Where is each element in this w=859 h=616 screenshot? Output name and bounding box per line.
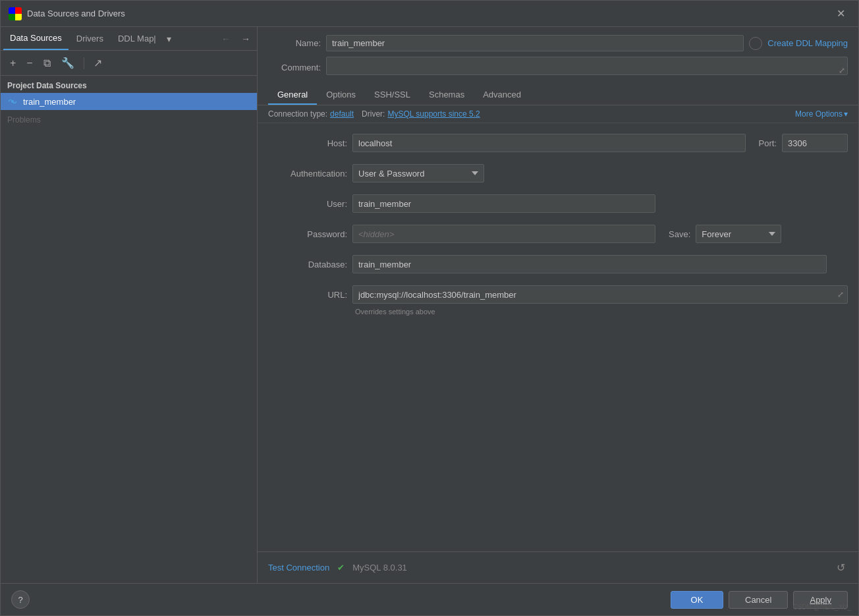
tabs-dropdown[interactable]: ▾ xyxy=(164,32,174,45)
forward-button[interactable]: → xyxy=(237,32,254,45)
tab-options[interactable]: Options xyxy=(317,86,365,105)
copy-datasource-button[interactable]: ⧉ xyxy=(40,55,55,71)
comment-row: Comment: ⤢ xyxy=(268,57,848,78)
comment-expand-button[interactable]: ⤢ xyxy=(839,66,845,75)
add-datasource-button[interactable]: + xyxy=(6,55,20,71)
name-input[interactable] xyxy=(326,35,744,51)
app-icon xyxy=(9,7,22,20)
url-input-wrapper: ⤢ xyxy=(352,285,848,304)
conn-type-prefix: Connection type: xyxy=(268,109,327,119)
problems-section: Problems xyxy=(1,110,257,130)
help-button[interactable]: ? xyxy=(11,590,30,609)
form-header: Name: Create DDL Mapping Comment: ⤢ xyxy=(258,27,858,83)
cancel-button[interactable]: Cancel xyxy=(729,591,788,609)
database-label: Database: xyxy=(268,260,347,269)
url-label: URL: xyxy=(268,290,347,300)
user-label: User: xyxy=(268,199,347,209)
tab-ddl-map[interactable]: DDL Map| xyxy=(111,27,163,50)
url-row: URL: ⤢ xyxy=(268,285,848,304)
bottom-bar: Test Connection ✔ MySQL 8.0.31 ↺ xyxy=(258,551,858,583)
title-bar: Data Sources and Drivers ✕ xyxy=(1,1,858,27)
password-input[interactable] xyxy=(352,225,655,243)
create-ddl-link[interactable]: Create DDL Mapping xyxy=(767,38,848,48)
left-panel: Data Sources Drivers DDL Map| ▾ ← → + − … xyxy=(1,27,258,583)
export-button[interactable]: ↗ xyxy=(90,55,106,71)
bottom-right: ↺ xyxy=(834,559,848,576)
host-row: Host: Port: xyxy=(268,134,848,152)
datasource-item[interactable]: train_member xyxy=(1,93,257,110)
tab-drivers[interactable]: Drivers xyxy=(70,27,110,50)
ok-button[interactable]: OK xyxy=(671,591,723,609)
port-input[interactable] xyxy=(782,134,848,152)
name-label: Name: xyxy=(268,38,321,48)
right-tabs: General Options SSH/SSL Schemas Advanced xyxy=(258,86,858,105)
driver-prefix: Driver: xyxy=(362,109,385,119)
datasource-name: train_member xyxy=(23,97,76,107)
conn-info-bar: Connection type: default Driver: MySQL s… xyxy=(258,105,858,123)
toolbar-separator xyxy=(84,57,84,69)
refresh-button[interactable]: ↺ xyxy=(834,559,848,576)
auth-row: Authentication: User & Password No auth … xyxy=(268,164,848,182)
port-label: Port: xyxy=(759,138,777,148)
left-toolbar: + − ⧉ 🔧 ↗ xyxy=(1,51,257,76)
mysql-icon xyxy=(7,96,18,107)
tab-schemas[interactable]: Schemas xyxy=(420,86,474,105)
driver-link[interactable]: MySQL supports since 5.2 xyxy=(387,109,480,119)
comment-input-wrapper: ⤢ xyxy=(326,57,848,78)
back-button[interactable]: ← xyxy=(217,32,235,45)
right-panel: Name: Create DDL Mapping Comment: ⤢ Gene… xyxy=(258,27,858,583)
left-tabs-bar: Data Sources Drivers DDL Map| ▾ ← → xyxy=(1,27,257,51)
password-label: Password: xyxy=(268,229,347,239)
comment-label: Comment: xyxy=(268,63,321,72)
remove-datasource-button[interactable]: − xyxy=(22,55,36,71)
test-connection-button[interactable]: Test Connection xyxy=(268,563,329,573)
save-select[interactable]: Forever Until restart Never xyxy=(696,225,781,243)
host-input[interactable] xyxy=(352,134,746,152)
name-circle-icon xyxy=(749,37,762,50)
name-row: Name: Create DDL Mapping xyxy=(268,35,848,51)
user-row: User: xyxy=(268,194,848,213)
test-db-version: MySQL 8.0.31 xyxy=(352,563,407,573)
dialog: Data Sources and Drivers ✕ Data Sources … xyxy=(0,0,859,616)
comment-field[interactable] xyxy=(326,57,848,75)
url-override-note: Overrides settings above xyxy=(268,308,848,316)
problems-label: Problems xyxy=(7,115,41,125)
tab-advanced[interactable]: Advanced xyxy=(474,86,530,105)
database-row: Database: xyxy=(268,255,848,273)
tab-data-sources[interactable]: Data Sources xyxy=(3,27,69,50)
password-row: Password: Save: Forever Until restart Ne… xyxy=(268,225,848,243)
fields-area: Host: Port: Authentication: User & Passw… xyxy=(258,123,858,551)
main-content: Data Sources Drivers DDL Map| ▾ ← → + − … xyxy=(1,27,858,583)
tab-general[interactable]: General xyxy=(268,86,317,105)
test-status: ✔ xyxy=(337,563,345,573)
host-label: Host: xyxy=(268,138,347,148)
test-checkmark: ✔ xyxy=(337,563,345,573)
nav-arrows: ← → xyxy=(217,32,254,45)
watermark: CSDN @NEIL_XU_ xyxy=(792,603,851,611)
database-input[interactable] xyxy=(352,255,827,273)
svg-point-0 xyxy=(11,100,14,103)
project-data-sources-label: Project Data Sources xyxy=(1,76,257,93)
tab-ssh-ssl[interactable]: SSH/SSL xyxy=(365,86,420,105)
close-button[interactable]: ✕ xyxy=(831,5,850,22)
more-options-button[interactable]: More Options ▾ xyxy=(795,109,848,119)
save-label: Save: xyxy=(669,229,690,239)
conn-type-link[interactable]: default xyxy=(330,109,354,119)
dialog-title: Data Sources and Drivers xyxy=(27,9,831,18)
url-expand-button[interactable]: ⤢ xyxy=(837,290,844,299)
user-input[interactable] xyxy=(352,194,655,213)
settings-button[interactable]: 🔧 xyxy=(57,55,78,71)
dialog-footer: ? OK Cancel Apply xyxy=(1,583,858,615)
auth-select[interactable]: User & Password No auth pgpass SSH tunne… xyxy=(352,164,484,182)
auth-label: Authentication: xyxy=(268,169,347,179)
url-input[interactable] xyxy=(352,285,848,304)
